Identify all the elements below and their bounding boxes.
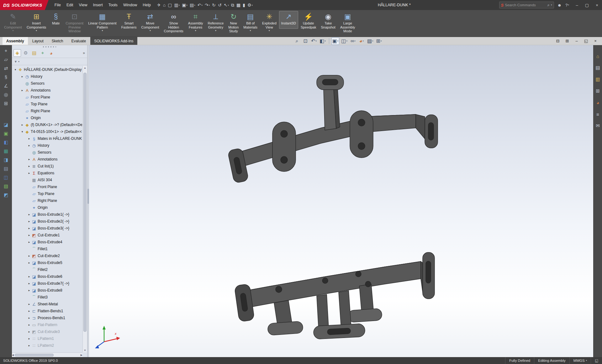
apply-scene-icon[interactable]: ▨▾ [366, 37, 374, 45]
ribbon-bill-of-materials[interactable]: ▤Bill ofMaterials▾ [241, 11, 260, 33]
open-icon[interactable]: ▥▾ [173, 2, 181, 8]
tree-item-flatten-bends1[interactable]: ▸⊏Flatten-Bends1 [12, 308, 82, 314]
menu-view[interactable]: View [76, 0, 90, 10]
tree-item-cut-list-1[interactable]: ▸≣Cut list(1) [12, 163, 82, 170]
tree-item-t4-0515-100-1-default[interactable]: ▾◆T4-0515-100<1> -> (Default<< [12, 128, 82, 135]
status-mmgs[interactable]: MMGS▾ [569, 357, 591, 364]
panel-splitter-handle[interactable] [12, 45, 87, 48]
part-bottom-bracket[interactable] [234, 252, 435, 339]
tab-sketch[interactable]: Sketch [48, 37, 67, 45]
left-tool-view-4-icon[interactable]: ▦ [2, 147, 10, 154]
tree-expand-arrow[interactable]: ▸ [27, 309, 31, 313]
file-explorer-icon[interactable]: ▥ [594, 76, 601, 83]
ribbon-reference-geometry[interactable]: ⟂ReferenceGeometry▾ [206, 11, 226, 33]
undo-icon[interactable]: ↶▾ [197, 2, 203, 8]
zoom-area-icon[interactable]: ⊡ [302, 37, 309, 45]
left-tool-view-8-icon[interactable]: ▧ [2, 182, 10, 189]
tree-item-boss-extrude8[interactable]: ▸◪Boss-Extrude8 [12, 287, 82, 294]
left-tool-section-icon[interactable]: ◎ [2, 91, 10, 98]
tree-item-boss-extrude5[interactable]: ▸◪Boss-Extrude5 [12, 259, 82, 266]
left-tool-plane-icon[interactable]: ▱ [2, 56, 10, 63]
previous-view-icon[interactable]: ↶▾ [310, 37, 318, 45]
tree-expand-arrow[interactable]: ▸ [27, 171, 31, 175]
ribbon-new-motion-study[interactable]: ↻NewMotionStudy [226, 11, 241, 37]
tree-expand-arrow[interactable]: ▸ [27, 254, 31, 257]
view-orientation-icon[interactable]: ▣▾ [331, 37, 340, 45]
save-icon[interactable]: ▣▾ [181, 2, 188, 8]
ribbon-linear-component-pattern[interactable]: ▦Linear ComponentPattern▾ [86, 11, 119, 33]
scroll-track[interactable] [83, 70, 87, 348]
tree-expand-arrow[interactable]: ▸ [27, 158, 31, 161]
custom-properties-icon[interactable]: ≡ [594, 111, 601, 118]
view-palette-icon[interactable]: ⊞ [594, 87, 601, 94]
tree-item-front-plane[interactable]: ▱Front Plane [12, 183, 82, 190]
tree-item-equations[interactable]: ▸ΣEquations [12, 170, 82, 177]
tree-expand-arrow[interactable]: ▸ [27, 240, 31, 244]
left-tool-target-icon[interactable]: ⌖ [2, 47, 10, 54]
tree-item-process-bends1[interactable]: ▸⊐Process-Bends1 [12, 314, 82, 321]
left-tool-move-icon[interactable]: ⇄ [2, 65, 10, 71]
tab-assembly[interactable]: Assembly [3, 37, 28, 45]
tree-expand-arrow[interactable]: ▸ [27, 275, 31, 278]
tree-item-origin[interactable]: ⌖Origin [12, 204, 82, 211]
search-icon[interactable]: ⌕ [547, 3, 550, 8]
tree-item-boss-extrude2[interactable]: ▸◪Boss-Extrude2{ ->} [12, 218, 82, 225]
menu-help[interactable]: Help [140, 0, 154, 10]
force-rebuild-icon[interactable]: ↺ [217, 2, 223, 8]
battery-icon[interactable]: ▮ [242, 2, 246, 8]
tree-item-fillet3[interactable]: ⌒Fillet3 [12, 294, 82, 301]
rebuild-icon[interactable]: ↻ [211, 2, 217, 8]
tree-item-fillet1[interactable]: ⌒Fillet1 [12, 245, 82, 252]
tree-item-lpattern2[interactable]: ▸∷LPattern2 [12, 342, 82, 349]
tree-item-cut-extrude1[interactable]: ▸◩Cut-Extrude1 [12, 232, 82, 239]
tree-expand-arrow[interactable]: ▸ [27, 344, 31, 347]
help-icon[interactable]: ?▾ [564, 2, 570, 8]
new-document-icon[interactable]: ▢ [167, 2, 173, 8]
tree-item-aisi-304[interactable]: ▦AISI 304 [12, 177, 82, 183]
scroll-right-icon[interactable]: ▶ [81, 353, 82, 357]
tree-item-top-plane[interactable]: ▱Top Plane [12, 190, 82, 197]
restore-document-icon[interactable]: ◱ [583, 39, 589, 43]
tree-item-annotations[interactable]: ▸AAnnotations [12, 156, 82, 163]
scroll-down-icon[interactable]: ▼ [84, 348, 86, 352]
tree-expand-arrow[interactable]: ▸ [20, 75, 24, 78]
ribbon-take-snapshot[interactable]: ◉TakeSnapshot [319, 11, 337, 33]
tree-item-boss-extrude6[interactable]: ▸◪Boss-Extrude6 [12, 273, 82, 280]
left-tool-view-5-icon[interactable]: ◨ [2, 156, 10, 163]
tree-expand-arrow[interactable]: ▸ [20, 89, 24, 92]
scroll-thumb[interactable] [15, 354, 54, 356]
part-top-bracket[interactable] [228, 75, 438, 183]
status-editing-assembly[interactable]: Editing Assembly [534, 357, 569, 364]
left-tool-view-6-icon[interactable]: ▤ [2, 165, 10, 172]
menu-file[interactable]: File [52, 0, 64, 10]
tree-item-history[interactable]: ▸◷History [12, 142, 82, 149]
tree-item-origin[interactable]: ⌖Origin [12, 114, 82, 121]
menu-window[interactable]: Window [120, 0, 140, 10]
graphics-viewport[interactable]: x [89, 45, 593, 357]
redo-icon[interactable]: ↷▾ [204, 2, 211, 8]
left-tool-grid-icon[interactable]: ⊞ [2, 100, 10, 107]
pane-split-icon[interactable]: ⊟ [555, 39, 561, 43]
scroll-left-icon[interactable]: ◀ [12, 353, 14, 357]
propertymanager-tab[interactable]: ⚙ [22, 49, 29, 57]
view-settings-icon[interactable]: ⊞▾ [375, 37, 383, 45]
ribbon-show-hidden-components[interactable]: ∞ShowHiddenComponents [161, 11, 185, 37]
xpress-products-icon[interactable]: ▩ [235, 2, 241, 8]
left-tool-view-1-icon[interactable]: ◪ [2, 121, 10, 128]
tree-expand-arrow[interactable]: ▸ [27, 144, 31, 147]
solidworks-resources-icon[interactable]: ⌂ [594, 53, 601, 60]
tree-item-cut-extrude2[interactable]: ▸◩Cut-Extrude2 [12, 252, 82, 259]
tab-solidworks-add-ins[interactable]: SOLIDWORKS Add-Ins [90, 37, 137, 45]
ribbon-instant3d[interactable]: ↗Instant3D [279, 11, 298, 29]
tree-item-sheet-metal[interactable]: ▸∠Sheet-Metal [12, 301, 82, 308]
close-document-icon[interactable]: × [593, 39, 598, 43]
tab-evaluate[interactable]: Evaluate [67, 37, 90, 45]
left-tool-view-9-icon[interactable]: ◩ [2, 191, 10, 198]
tree-expand-arrow[interactable]: ▸ [27, 234, 31, 237]
configurationmanager-tab[interactable]: ▤ [30, 49, 38, 57]
appearances-scenes-icon[interactable]: ◕ [594, 99, 601, 106]
tree-item-mates-in-hållare-dunk[interactable]: ▸§Mates in HÅLLARE-DUNK [12, 135, 82, 142]
minimize-document-icon[interactable]: – [574, 39, 579, 43]
status-fully-defined[interactable]: Fully Defined [505, 357, 534, 364]
left-tool-view-3-icon[interactable]: ◧ [2, 139, 10, 145]
